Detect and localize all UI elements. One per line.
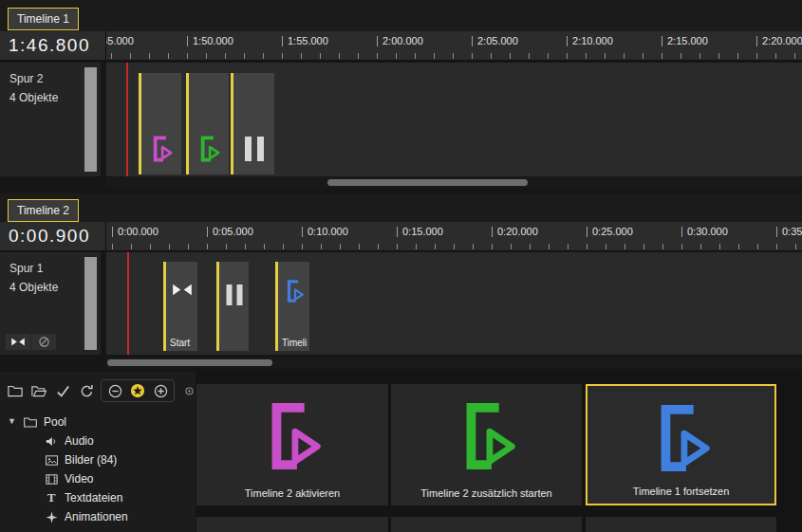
ruler-ticks (106, 53, 802, 59)
folder-icon[interactable] (6, 381, 25, 400)
image-icon (44, 452, 59, 468)
scrollbar-thumb[interactable] (107, 359, 272, 366)
jump-to-start-button[interactable] (6, 334, 30, 350)
media-tiles: Timeline 2 aktivieren Timeline 2 zusätzl… (196, 372, 802, 532)
timeline-1-ruler[interactable]: 1:45.000 1:50.000 1:55.000 2:00.000 2:05… (106, 31, 802, 60)
minus-circle-icon[interactable] (105, 381, 124, 400)
tree-item-bilder[interactable]: Bilder (84) (0, 450, 196, 469)
clip-pause[interactable] (216, 262, 249, 351)
spark-icon (44, 509, 59, 524)
tree-item-label: Video (65, 472, 93, 486)
tree-item-textdateien[interactable]: T Textdateien (0, 488, 196, 507)
meet-triangles-icon (10, 337, 26, 347)
tree-item-label: Bilder (84) (65, 453, 117, 467)
tree-item-animationen[interactable]: Animationen (0, 507, 196, 526)
clip-jump-magenta[interactable] (139, 73, 181, 174)
track-name: Spur 1 (9, 262, 43, 275)
refresh-icon[interactable] (77, 381, 96, 400)
timeline-jump-icon (282, 279, 307, 303)
tile-timeline-2-aktivieren[interactable]: Timeline 2 aktivieren (196, 384, 388, 505)
disable-button[interactable] (31, 334, 56, 350)
clip-label: Timeli... (282, 338, 308, 348)
timeline-2-scrollbar[interactable] (106, 358, 802, 368)
track-objects-count: 4 Objekte (9, 91, 58, 104)
plus-circle-icon[interactable] (151, 381, 170, 400)
ruler-label: 1:50.000 (187, 35, 233, 46)
tree-item-label: Audio (65, 434, 94, 448)
tile-label: Timeline 2 zusätzlich starten (391, 487, 582, 499)
clip-label: Start (170, 338, 196, 348)
star-circle-icon[interactable] (128, 381, 147, 400)
clip-jump-blue[interactable]: Timeli... (275, 262, 309, 351)
ruler-label: 0:05.000 (207, 226, 253, 237)
tree-item-pool[interactable]: ▼ Pool (0, 413, 196, 431)
tile-timeline-2-zusaetzlich-starten[interactable]: Timeline 2 zusätzlich starten (391, 384, 582, 505)
clip-pause[interactable] (231, 73, 274, 174)
ruler-ticks (106, 244, 802, 249)
no-entry-icon (38, 336, 50, 348)
tree-item-video[interactable]: Video (0, 469, 196, 488)
ruler-label: 0:35.000 (776, 226, 802, 237)
track-name: Spur 2 (9, 72, 43, 85)
bottom-panel: ▼ Pool Audio Bilder (84) Video T Textdat… (0, 372, 802, 532)
timeline-1-scrollbar[interactable] (106, 177, 802, 188)
playhead[interactable] (126, 63, 128, 176)
ruler-label: 0:15.000 (397, 226, 443, 237)
checkmark-icon[interactable] (53, 381, 72, 400)
clip-start-marker[interactable]: Start (163, 262, 197, 351)
pool-panel: ▼ Pool Audio Bilder (84) Video T Textdat… (0, 372, 196, 532)
tree-item-audio[interactable]: Audio (0, 431, 196, 450)
track-objects-count: 4 Objekte (9, 281, 58, 294)
ruler-label: 0:20.000 (492, 226, 538, 237)
level-meter (84, 67, 97, 172)
folder-open-icon[interactable] (29, 381, 48, 400)
scrollbar-thumb[interactable] (327, 179, 528, 186)
tile-partial[interactable] (391, 517, 582, 532)
tree-item-label: Pool (44, 415, 66, 429)
timeline-jump-icon (147, 135, 176, 163)
timeline-2-track: Spur 1 4 Objekte Start (0, 252, 802, 355)
timeline-1-track-area[interactable] (106, 63, 802, 176)
ruler-label: 0:10.000 (302, 226, 348, 237)
clip-jump-green[interactable] (186, 73, 229, 174)
speaker-icon (44, 433, 59, 449)
tile-timeline-1-fortsetzen[interactable]: Timeline 1 fortsetzen (586, 384, 776, 505)
timeline-2-track-header: Spur 1 4 Objekte (0, 252, 101, 355)
timeline-1-time-display: 1:46.800 (0, 31, 106, 60)
tree-item-label: Animationen (65, 510, 128, 523)
ruler-label: 0:25.000 (587, 226, 633, 237)
ruler-label: 1:55.000 (282, 35, 328, 46)
timeline-2-ruler-row: 0:00.900 0:00.000 0:05.000 0:10.000 0:15… (0, 222, 802, 251)
timeline-2-time-display: 0:00.900 (0, 222, 106, 250)
tile-partial[interactable] (586, 517, 776, 532)
ruler-label: 0:30.000 (681, 226, 728, 237)
pool-toolbar (6, 379, 198, 402)
caret-down-icon[interactable]: ▼ (8, 416, 16, 426)
film-icon (44, 471, 59, 486)
text-icon: T (44, 490, 59, 505)
pause-icon (245, 137, 264, 161)
timeline-1-track-header: Spur 2 4 Objekte (0, 63, 101, 176)
tile-partial[interactable] (196, 517, 388, 532)
timeline-jump-icon (644, 401, 718, 475)
meet-triangles-icon (171, 283, 194, 297)
tree-item-label: Textdateien (65, 491, 122, 504)
pause-icon (226, 284, 242, 305)
playhead[interactable] (127, 252, 129, 355)
timeline-jump-icon (255, 399, 329, 473)
timeline-2-track-area[interactable]: Start Timeli... (106, 252, 802, 355)
ruler-label: 2:00.000 (377, 35, 423, 46)
level-meter (84, 257, 97, 350)
timeline-2-ruler[interactable]: 0:00.000 0:05.000 0:10.000 0:15.000 0:20… (106, 222, 802, 250)
timeline-1-ruler-row: 1:46.800 1:45.000 1:50.000 1:55.000 2:00… (0, 31, 802, 61)
app-window: Timeline 1 1:46.800 1:45.000 1:50.000 1:… (0, 0, 802, 532)
timeline-jump-icon (450, 399, 524, 473)
tab-timeline-2[interactable]: Timeline 2 (8, 199, 79, 222)
tab-timeline-1[interactable]: Timeline 1 (8, 8, 79, 30)
ruler-label: 1:45.000 (106, 35, 134, 46)
tile-label: Timeline 1 fortsetzen (588, 486, 774, 497)
zoom-group (101, 379, 175, 402)
ruler-label: 2:05.000 (472, 35, 518, 46)
timeline-jump-icon (195, 135, 223, 163)
timeline-1-track: Spur 2 4 Objekte (0, 63, 802, 176)
